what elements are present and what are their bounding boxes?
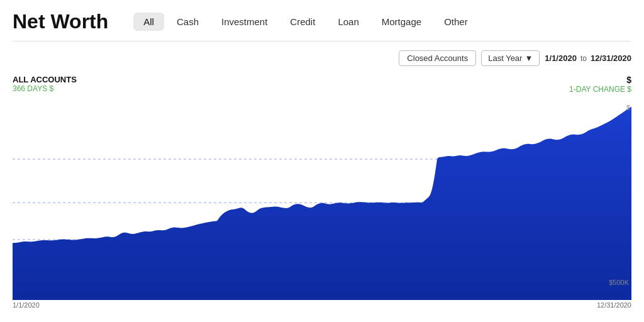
tab-investment[interactable]: Investment: [211, 13, 277, 31]
date-range: 1/1/2020 to 12/31/2020: [545, 53, 631, 63]
controls-row: Closed Accounts Last Year ▼ 1/1/2020 to …: [13, 47, 631, 71]
tab-other[interactable]: Other: [434, 13, 478, 31]
tab-loan[interactable]: Loan: [328, 13, 369, 31]
dropdown-arrow-icon: ▼: [525, 53, 533, 63]
period-label: Last Year: [488, 53, 522, 63]
change-label: 1-DAY CHANGE $: [569, 85, 631, 94]
tab-all[interactable]: All: [133, 13, 164, 31]
stats-row: ALL ACCOUNTS 366 DAYS $ $ 1-DAY CHANGE $: [13, 71, 631, 96]
axis-labels: 1/1/2020 12/31/2020: [13, 301, 631, 309]
net-worth-chart: [13, 99, 631, 300]
stats-right: $ 1-DAY CHANGE $: [569, 75, 631, 94]
days-label: 366 DAYS $: [13, 84, 77, 93]
axis-start-date: 1/1/2020: [13, 301, 40, 309]
page-container: Net Worth All Cash Investment Credit Loa…: [0, 0, 644, 322]
tabs-nav: All Cash Investment Credit Loan Mortgage…: [133, 13, 631, 31]
chart-area: $ $500K: [13, 99, 631, 300]
chart-top-label: $: [626, 104, 630, 111]
page-title: Net Worth: [13, 10, 108, 33]
tab-mortgage[interactable]: Mortgage: [372, 13, 431, 31]
tab-credit[interactable]: Credit: [280, 13, 325, 31]
period-dropdown[interactable]: Last Year ▼: [481, 50, 540, 66]
date-from: 1/1/2020: [545, 53, 577, 63]
date-to: 12/31/2020: [591, 53, 631, 63]
header: Net Worth All Cash Investment Credit Loa…: [13, 10, 631, 42]
to-text: to: [580, 54, 587, 63]
tab-cash[interactable]: Cash: [167, 13, 209, 31]
dollar-sign: $: [626, 75, 631, 85]
axis-end-date: 12/31/2020: [597, 301, 631, 309]
stats-left: ALL ACCOUNTS 366 DAYS $: [13, 75, 77, 93]
closed-accounts-button[interactable]: Closed Accounts: [399, 50, 476, 66]
all-accounts-label: ALL ACCOUNTS: [13, 75, 77, 84]
chart-500k-label: $500K: [609, 279, 629, 286]
